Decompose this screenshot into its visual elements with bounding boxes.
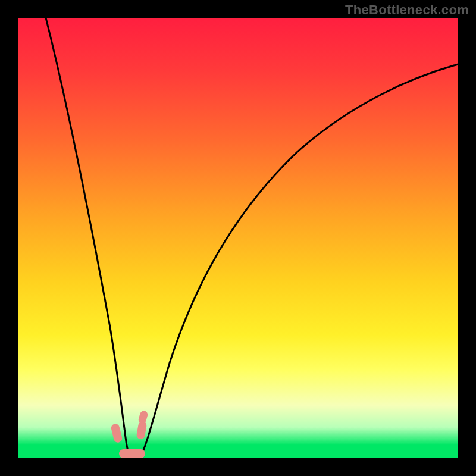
attribution-text: TheBottleneck.com [345,2,469,18]
bottleneck-curve-left [46,18,131,457]
marker-blob [137,410,149,425]
marker-blob-wide [119,449,145,458]
marker-blob [110,423,123,443]
bottleneck-curve-right [140,64,458,457]
outer-frame: TheBottleneck.com [0,0,476,476]
curve-svg [18,18,458,458]
bottleneck-chart [18,18,458,458]
